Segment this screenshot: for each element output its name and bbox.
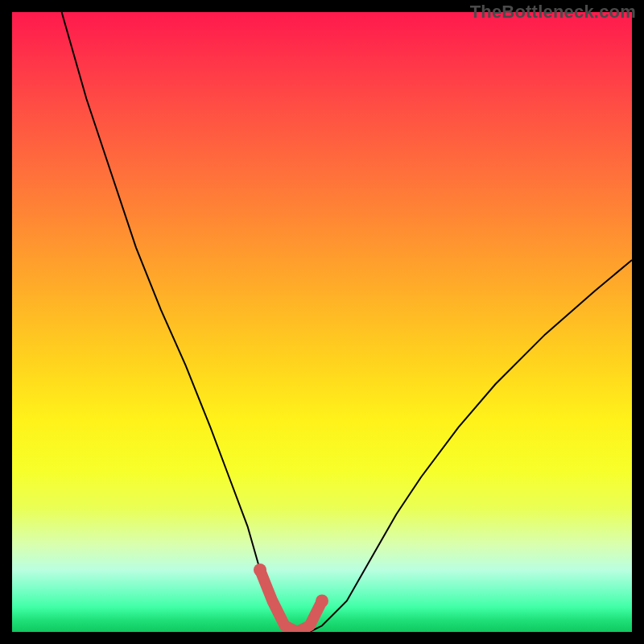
marker-right xyxy=(316,595,328,608)
plot-area xyxy=(12,12,632,632)
marker-layer xyxy=(12,12,632,632)
marker-left xyxy=(254,564,266,576)
chart-frame: TheBottleneck.com xyxy=(0,0,644,644)
watermark-text: TheBottleneck.com xyxy=(470,2,636,23)
